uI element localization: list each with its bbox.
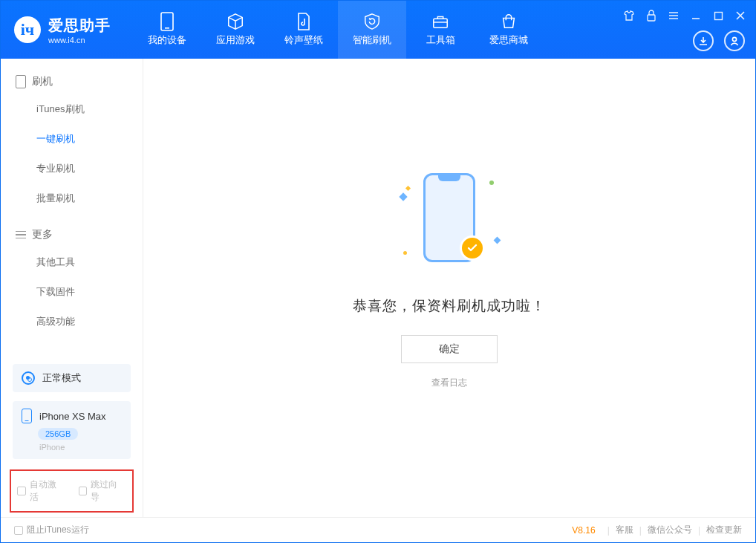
sidebar-menu: 刷机 iTunes刷机 一键刷机 专业刷机 批量刷机 更多 其他工具 下载固件 … bbox=[1, 59, 143, 364]
sidebar-item-download-firmware[interactable]: 下载固件 bbox=[1, 277, 143, 307]
cube-icon bbox=[227, 13, 244, 30]
footer-link-support[interactable]: 客服 bbox=[616, 524, 633, 536]
minimize-icon[interactable] bbox=[688, 8, 703, 23]
menu-icon[interactable] bbox=[666, 8, 681, 23]
brand-subtitle: www.i4.cn bbox=[48, 36, 111, 45]
footer-link-update[interactable]: 检查更新 bbox=[706, 524, 742, 536]
device-storage-badge: 256GB bbox=[38, 428, 78, 440]
refresh-shield-icon bbox=[363, 13, 381, 30]
device-name: iPhone XS Max bbox=[39, 411, 106, 422]
sidebar-group-flash: 刷机 bbox=[1, 69, 143, 94]
sidebar-item-batch-flash[interactable]: 批量刷机 bbox=[1, 183, 143, 213]
shirt-icon[interactable] bbox=[622, 8, 636, 23]
view-log-link[interactable]: 查看日志 bbox=[431, 377, 467, 389]
sidebar-group-more: 更多 bbox=[1, 222, 143, 247]
tab-my-device[interactable]: 我的设备 bbox=[133, 1, 201, 59]
tab-toolbox[interactable]: 工具箱 bbox=[406, 1, 475, 59]
svg-rect-4 bbox=[714, 12, 722, 19]
logo-icon: iч bbox=[14, 16, 41, 43]
brand-text: 爱思助手 www.i4.cn bbox=[48, 16, 111, 45]
sparkle-icon bbox=[399, 192, 407, 201]
device-icon bbox=[158, 13, 176, 30]
tab-apps-games[interactable]: 应用游戏 bbox=[201, 1, 270, 59]
options-highlighted-box: 自动激活 跳过向导 bbox=[10, 469, 134, 513]
main-content: 恭喜您，保资料刷机成功啦！ 确定 查看日志 bbox=[143, 59, 755, 517]
sparkle-icon bbox=[494, 237, 501, 244]
sidebar-item-itunes-flash[interactable]: iTunes刷机 bbox=[1, 94, 143, 124]
sidebar-item-advanced[interactable]: 高级功能 bbox=[1, 307, 143, 336]
checkbox-icon bbox=[14, 526, 23, 535]
svg-rect-2 bbox=[434, 19, 447, 27]
body: 刷机 iTunes刷机 一键刷机 专业刷机 批量刷机 更多 其他工具 下载固件 … bbox=[1, 59, 755, 517]
checkbox-block-itunes[interactable]: 阻止iTunes运行 bbox=[14, 524, 89, 536]
sparkle-icon bbox=[403, 251, 407, 255]
checkbox-icon bbox=[17, 487, 26, 495]
user-button[interactable] bbox=[724, 30, 745, 51]
sparkle-icon bbox=[405, 186, 411, 191]
sidebar: 刷机 iTunes刷机 一键刷机 专业刷机 批量刷机 更多 其他工具 下载固件 … bbox=[1, 59, 143, 517]
device-card[interactable]: iPhone XS Max 256GB iPhone bbox=[13, 401, 131, 459]
header: iч 爱思助手 www.i4.cn 我的设备 应用游戏 bbox=[1, 1, 755, 59]
tab-store[interactable]: 爱思商城 bbox=[475, 1, 543, 59]
footer-link-wechat[interactable]: 微信公众号 bbox=[648, 524, 692, 536]
svg-point-5 bbox=[732, 37, 736, 41]
success-message: 恭喜您，保资料刷机成功啦！ bbox=[353, 296, 546, 316]
footer: 阻止iTunes运行 V8.16 | 客服 | 微信公众号 | 检查更新 bbox=[1, 517, 755, 542]
sidebar-item-oneclick-flash[interactable]: 一键刷机 bbox=[1, 124, 143, 154]
svg-rect-3 bbox=[648, 15, 655, 21]
toolbox-icon bbox=[431, 13, 449, 30]
window-controls bbox=[622, 8, 748, 23]
sidebar-item-other-tools[interactable]: 其他工具 bbox=[1, 247, 143, 277]
check-badge-icon bbox=[460, 235, 485, 261]
store-icon bbox=[500, 13, 518, 30]
sparkle-icon bbox=[489, 181, 494, 185]
phone-icon bbox=[22, 409, 32, 423]
download-button[interactable] bbox=[693, 30, 714, 51]
brand-title: 爱思助手 bbox=[48, 16, 111, 36]
device-status-label: 正常模式 bbox=[42, 371, 81, 385]
device-status-card[interactable]: 正常模式 bbox=[13, 364, 131, 392]
maximize-icon[interactable] bbox=[711, 8, 726, 23]
app-window: iч 爱思助手 www.i4.cn 我的设备 应用游戏 bbox=[0, 0, 756, 543]
status-normal-icon bbox=[22, 371, 35, 385]
checkbox-skip-guide[interactable]: 跳过向导 bbox=[79, 478, 127, 504]
lock-icon[interactable] bbox=[644, 8, 659, 23]
checkbox-auto-activate[interactable]: 自动激活 bbox=[17, 478, 65, 504]
checkbox-icon bbox=[79, 487, 88, 495]
close-icon[interactable] bbox=[733, 8, 748, 23]
sidebar-item-pro-flash[interactable]: 专业刷机 bbox=[1, 154, 143, 183]
ok-button[interactable]: 确定 bbox=[401, 335, 498, 363]
svg-rect-1 bbox=[165, 27, 169, 29]
header-actions bbox=[693, 30, 745, 51]
success-illustration bbox=[397, 164, 501, 276]
device-outline-icon bbox=[16, 75, 26, 88]
footer-right: V8.16 | 客服 | 微信公众号 | 检查更新 bbox=[572, 524, 742, 536]
version-label: V8.16 bbox=[572, 525, 595, 536]
tab-ringtones-wallpapers[interactable]: 铃声壁纸 bbox=[270, 1, 338, 59]
device-type: iPhone bbox=[39, 443, 122, 452]
list-icon bbox=[16, 231, 26, 239]
music-file-icon bbox=[295, 13, 313, 30]
tab-smart-flash[interactable]: 智能刷机 bbox=[338, 1, 406, 59]
nav-tabs: 我的设备 应用游戏 铃声壁纸 智能刷机 bbox=[133, 1, 543, 59]
logo-area: iч 爱思助手 www.i4.cn bbox=[1, 16, 111, 45]
